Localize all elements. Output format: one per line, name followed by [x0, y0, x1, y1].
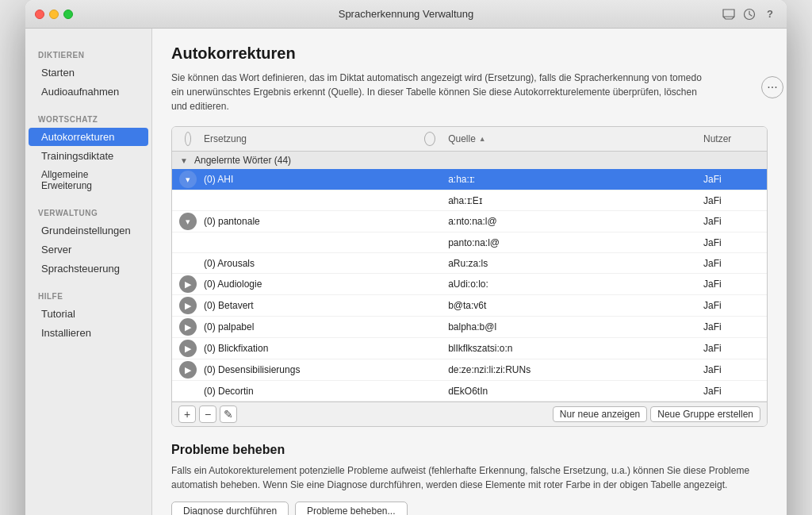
table-row[interactable]: ▶ (0) Blickfixation blIkflkszatsi:o:n Ja… — [172, 338, 767, 359]
table-row[interactable]: ▶ (0) Desensibilisierungs de:ze:nzi:li:z… — [172, 359, 767, 381]
table-row[interactable]: (0) Decortin dEkO6tIn JaFi — [172, 381, 767, 402]
probleme-title: Probleme beheben — [171, 443, 768, 457]
dropdown-icon[interactable]: ▶ — [179, 318, 197, 336]
dropdown-icon[interactable]: ▶ — [179, 297, 197, 314]
cell-quelle: aha:ɪ:Eɪ — [442, 195, 697, 206]
cell-nutzer: JaFi — [697, 216, 760, 227]
traffic-lights — [35, 10, 73, 19]
row-dropdown-col: ▶ — [178, 318, 197, 336]
filter-circle-icon[interactable] — [185, 132, 191, 146]
titlebar: Spracherkennung Verwaltung ? — [25, 0, 787, 29]
dropdown-icon[interactable]: ▶ — [179, 340, 197, 357]
cell-ersetzung: (0) Arousals — [197, 258, 418, 269]
group-label: Angelernte Wörter (44) — [194, 155, 291, 166]
window-title: Spracherkennung Verwaltung — [339, 8, 474, 20]
sidebar-item-sprachsteuerung[interactable]: Sprachsteuerung — [29, 259, 148, 278]
application-window: Spracherkennung Verwaltung ? DIKTIEREN S… — [25, 0, 787, 515]
header-quelle[interactable]: Quelle ▲ — [442, 129, 697, 149]
message-icon[interactable] — [722, 7, 736, 21]
chevron-down-icon: ▼ — [178, 155, 190, 166]
header-nutzer[interactable]: Nutzer — [697, 129, 760, 149]
dropdown-icon[interactable]: ▾ — [179, 171, 197, 188]
row-dropdown-col: ▾ — [178, 213, 197, 230]
table-row[interactable]: ▾ (0) AHI a:ha:ɪ: JaFi — [172, 169, 767, 190]
cell-quelle: de:ze:nzi:li:zi:RUNs — [442, 364, 697, 375]
sidebar-item-starten[interactable]: Starten — [29, 63, 148, 82]
cell-nutzer: JaFi — [697, 195, 760, 206]
table-row[interactable]: ▶ (0) Audiologie aUdi:o:lo: JaFi — [172, 274, 767, 295]
header-ersetzung[interactable]: Ersetzung — [197, 129, 418, 149]
close-button[interactable] — [35, 10, 44, 19]
content-area: Autokorrekturen Sie können das Wort defi… — [152, 29, 787, 515]
minimize-button[interactable] — [49, 10, 59, 19]
row-dropdown-col: ▶ — [178, 275, 197, 293]
autocorrection-table: Ersetzung Quelle ▲ Nutzer ▼ Angeler — [171, 126, 768, 427]
cell-quelle: blIkflkszatsi:o:n — [442, 343, 697, 354]
cell-quelle: panto:na:l@ — [442, 237, 697, 248]
sidebar-item-grundeinstellungen[interactable]: Grundeinstellungen — [29, 221, 148, 240]
cell-nutzer: JaFi — [697, 237, 760, 248]
cell-ersetzung: (0) palpabel — [197, 321, 418, 332]
remove-row-button[interactable]: − — [199, 405, 216, 423]
add-row-button[interactable]: + — [178, 405, 196, 423]
dropdown-icon[interactable]: ▾ — [179, 213, 197, 230]
sidebar: DIKTIEREN Starten Audioaufnahmen WORTSCH… — [25, 29, 152, 515]
titlebar-icons: ? — [722, 7, 777, 21]
maximize-button[interactable] — [63, 10, 73, 19]
sidebar-item-installieren[interactable]: Installieren — [29, 324, 148, 342]
cell-quelle: aRu:za:ls — [442, 258, 697, 269]
table-header: Ersetzung Quelle ▲ Nutzer — [172, 127, 767, 152]
sidebar-item-allgemeine-erweiterung[interactable]: Allgemeine Erweiterung — [29, 166, 148, 194]
cell-ersetzung: (0) AHI — [197, 174, 418, 185]
help-icon[interactable]: ? — [763, 7, 777, 21]
cell-ersetzung: (0) Audiologie — [197, 279, 418, 290]
cell-quelle: balpha:b@l — [442, 321, 697, 332]
cell-nutzer: JaFi — [697, 300, 760, 311]
table-row[interactable]: ▶ (0) palpabel balpha:b@l JaFi — [172, 317, 767, 338]
more-options-button[interactable]: ··· — [761, 76, 783, 98]
sidebar-item-server[interactable]: Server — [29, 240, 148, 259]
dropdown-icon[interactable]: ▶ — [179, 361, 197, 379]
row-dropdown-col: ▶ — [178, 361, 197, 379]
cell-ersetzung: (0) Desensibilisierungs — [197, 364, 418, 375]
row-dropdown-col: ▾ — [178, 171, 197, 188]
table-row[interactable]: ▶ (0) Betavert b@ta:v6t JaFi — [172, 295, 767, 317]
sidebar-item-audioaufnahmen[interactable]: Audioaufnahmen — [29, 83, 148, 101]
sidebar-section-hilfe: HILFE — [25, 286, 151, 304]
sidebar-item-tutorial[interactable]: Tutorial — [29, 305, 148, 323]
cell-nutzer: JaFi — [697, 174, 760, 185]
dropdown-icon[interactable]: ▶ — [179, 275, 197, 293]
row-dropdown-col: ▶ — [178, 297, 197, 314]
table-row[interactable]: ▾ (0) pantonale a:nto:na:l@ JaFi — [172, 211, 767, 233]
cell-ersetzung: (0) Blickfixation — [197, 343, 418, 354]
table-row[interactable]: aha:ɪ:Eɪ JaFi — [172, 190, 767, 211]
history-icon[interactable] — [742, 7, 756, 21]
sort-arrow-icon: ▲ — [479, 135, 486, 143]
cell-ersetzung: (0) pantonale — [197, 216, 418, 227]
edit-row-button[interactable]: ✎ — [220, 405, 237, 423]
page-title: Autokorrekturen — [171, 44, 768, 63]
sidebar-item-autokorrekturen[interactable]: Autokorrekturen — [29, 128, 148, 146]
group-header-angelernte[interactable]: ▼ Angelernte Wörter (44) — [172, 152, 767, 169]
create-group-button[interactable]: Neue Gruppe erstellen — [650, 406, 760, 422]
table-footer: + − ✎ Nur neue anzeigen Neue Gruppe erst… — [172, 402, 767, 426]
cell-quelle: b@ta:v6t — [442, 300, 697, 311]
cell-nutzer: JaFi — [697, 364, 760, 375]
table-row[interactable]: (0) Arousals aRu:za:ls JaFi — [172, 253, 767, 274]
sidebar-section-wortschatz: WORTSCHATZ — [25, 109, 151, 127]
sidebar-item-trainingsdiktate[interactable]: Trainingsdiktate — [29, 147, 148, 165]
filter-new-button[interactable]: Nur neue anzeigen — [553, 406, 647, 422]
cell-ersetzung: (0) Decortin — [197, 386, 418, 397]
diagnose-button[interactable]: Diagnose durchführen — [171, 502, 289, 515]
cell-quelle: a:nto:na:l@ — [442, 216, 697, 227]
cell-nutzer: JaFi — [697, 321, 760, 332]
main-content: DIKTIEREN Starten Audioaufnahmen WORTSCH… — [25, 29, 787, 515]
sidebar-section-verwaltung: VERWALTUNG — [25, 202, 151, 221]
cell-quelle: a:ha:ɪ: — [442, 174, 697, 185]
header-quelle-icon — [418, 127, 442, 151]
beheben-button[interactable]: Probleme beheben... — [295, 502, 407, 515]
quelle-filter-icon[interactable] — [424, 132, 435, 146]
cell-nutzer: JaFi — [697, 258, 760, 269]
table-row[interactable]: panto:na:l@ JaFi — [172, 233, 767, 253]
cell-nutzer: JaFi — [697, 279, 760, 290]
